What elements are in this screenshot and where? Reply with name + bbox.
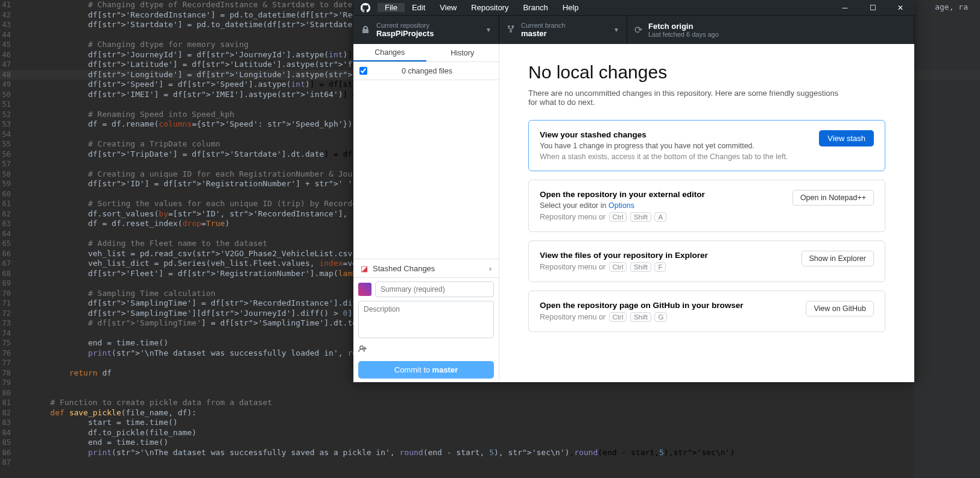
titlebar: FileEditViewRepositoryBranchHelp ─ ☐ ✕ — [353, 0, 914, 15]
page-subtitle: There are no uncommitted changes in this… — [528, 89, 842, 107]
commit-button[interactable]: Commit to master — [358, 361, 494, 379]
close-button[interactable]: ✕ — [887, 0, 914, 15]
card-title: View the files of your repository in Exp… — [540, 251, 801, 260]
options-link[interactable]: Options — [609, 201, 634, 210]
kbd: Shift — [630, 312, 651, 322]
kbd: Shift — [630, 262, 651, 272]
kbd: Ctrl — [609, 262, 627, 272]
file-list — [353, 80, 499, 259]
window-controls: ─ ☐ ✕ — [831, 0, 914, 15]
code-line[interactable]: 80 — [0, 388, 980, 398]
code-line[interactable]: 86 print(str">'\nThe dataset was success… — [0, 448, 980, 458]
suggestion-card: Open the repository in your external edi… — [528, 180, 885, 232]
branch-value: master — [521, 29, 565, 38]
suggestion-card: View the files of your repository in Exp… — [528, 241, 885, 282]
code-line[interactable]: 82 def save_pickle(file_name, df): — [0, 408, 980, 418]
kbd: A — [654, 212, 666, 222]
overflow-text: age, ra — [935, 2, 968, 11]
tab-changes[interactable]: Changes — [353, 44, 426, 61]
sidebar: Changes History 0 changed files ◪ Stashe… — [353, 44, 499, 382]
card-desc: You have 1 change in progress that you h… — [540, 142, 819, 150]
stashed-label: Stashed Changes — [373, 264, 435, 273]
repo-label: Current repository — [376, 22, 434, 29]
chevron-down-icon: ▼ — [485, 27, 492, 33]
toolbar: 🔒︎ Current repository RaspPiProjects ▼ C… — [353, 15, 914, 44]
github-logo-icon — [353, 3, 378, 13]
card-hint: When a stash exists, access it at the bo… — [540, 153, 819, 161]
chevron-down-icon: ▼ — [613, 27, 619, 33]
commit-summary-input[interactable] — [375, 281, 494, 297]
menu-view[interactable]: View — [432, 3, 464, 12]
menu-bar: FileEditViewRepositoryBranchHelp — [378, 3, 586, 12]
code-line[interactable]: 84 df.to_pickle(file_name) — [0, 428, 980, 438]
card-title: Open the repository in your external edi… — [540, 190, 792, 199]
code-line[interactable]: 81 # Function to create pickle data from… — [0, 398, 980, 408]
page-title: No local changes — [528, 62, 885, 83]
card-shortcut: Repository menu or Ctrl Shift A — [540, 212, 792, 222]
current-repository-dropdown[interactable]: 🔒︎ Current repository RaspPiProjects ▼ — [353, 16, 499, 44]
fetch-origin-button[interactable]: ⟳ Fetch origin Last fetched 6 days ago — [627, 16, 914, 44]
menu-edit[interactable]: Edit — [405, 3, 432, 12]
card-action-button[interactable]: Show in Explorer — [801, 251, 874, 266]
avatar — [358, 283, 371, 296]
repo-value: RaspPiProjects — [376, 29, 434, 38]
suggestion-card: Open the repository page on GitHub in yo… — [528, 291, 885, 332]
current-branch-dropdown[interactable]: Current branch master ▼ — [499, 16, 627, 44]
kbd: Shift — [630, 212, 651, 222]
commit-description-input[interactable] — [358, 301, 494, 338]
minimap[interactable] — [914, 0, 980, 478]
card-action-button[interactable]: View stash — [819, 130, 874, 146]
branch-icon — [507, 24, 515, 36]
lock-icon: 🔒︎ — [361, 25, 370, 36]
changed-files-count: 0 changed files — [373, 67, 481, 75]
code-line[interactable]: 87 — [0, 458, 980, 468]
menu-help[interactable]: Help — [555, 3, 586, 12]
menu-branch[interactable]: Branch — [516, 3, 555, 12]
suggestion-card: View your stashed changesYou have 1 chan… — [528, 120, 885, 171]
maximize-button[interactable]: ☐ — [859, 0, 887, 15]
tab-history[interactable]: History — [426, 44, 499, 61]
card-shortcut: Repository menu or Ctrl Shift F — [540, 262, 801, 272]
menu-file[interactable]: File — [378, 3, 405, 12]
card-title: Open the repository page on GitHub in yo… — [540, 301, 806, 310]
changed-files-header: 0 changed files — [353, 62, 499, 80]
card-desc: Select your editor in Options — [540, 201, 792, 210]
fetch-value: Last fetched 6 days ago — [648, 31, 719, 38]
chevron-right-icon: › — [489, 264, 492, 273]
card-action-button[interactable]: View on GitHub — [806, 301, 874, 316]
stashed-changes-row[interactable]: ◪ Stashed Changes › — [353, 259, 499, 278]
card-title: View your stashed changes — [540, 130, 819, 139]
code-line[interactable]: 83 start = time.time() — [0, 418, 980, 428]
kbd: Ctrl — [609, 212, 627, 222]
kbd: G — [654, 312, 667, 322]
commit-form: Commit to master — [353, 278, 499, 382]
main-panel: No local changes There are no uncommitte… — [499, 44, 914, 382]
minimize-button[interactable]: ─ — [831, 0, 859, 15]
menu-repository[interactable]: Repository — [464, 3, 516, 12]
github-desktop-window: FileEditViewRepositoryBranchHelp ─ ☐ ✕ 🔒… — [353, 0, 914, 382]
stash-icon: ◪ — [361, 264, 368, 273]
code-line[interactable]: 85 end = time.time() — [0, 438, 980, 448]
sidebar-tabs: Changes History — [353, 44, 499, 62]
select-all-checkbox[interactable] — [359, 67, 367, 75]
kbd: Ctrl — [609, 312, 627, 322]
add-coauthors-button[interactable] — [358, 344, 494, 356]
sync-icon: ⟳ — [634, 24, 642, 36]
fetch-label: Fetch origin — [648, 22, 719, 31]
card-action-button[interactable]: Open in Notepad++ — [792, 190, 874, 206]
kbd: F — [654, 262, 666, 272]
branch-label: Current branch — [521, 22, 565, 29]
card-shortcut: Repository menu or Ctrl Shift G — [540, 312, 806, 322]
